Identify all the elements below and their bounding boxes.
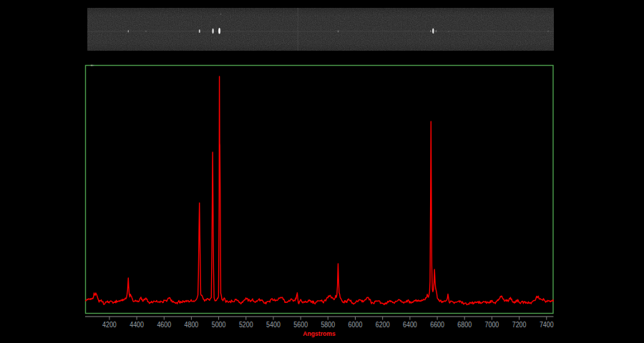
svg-text:4600: 4600 — [157, 320, 171, 329]
svg-text:7000: 7000 — [485, 320, 499, 329]
svg-text:5600: 5600 — [293, 320, 308, 329]
svg-text:4200: 4200 — [102, 320, 117, 329]
svg-text:6400: 6400 — [403, 320, 417, 329]
svg-text:6800: 6800 — [457, 320, 472, 329]
svg-text:Angstroms: Angstroms — [303, 329, 336, 337]
svg-text:7400: 7400 — [540, 320, 554, 329]
svg-text:5000: 5000 — [212, 320, 226, 329]
svg-text:5200: 5200 — [239, 320, 253, 329]
svg-text:5800: 5800 — [321, 320, 335, 329]
svg-text:4400: 4400 — [130, 320, 144, 329]
svg-text:4800: 4800 — [185, 320, 199, 329]
svg-text:6600: 6600 — [430, 320, 444, 329]
svg-text:7200: 7200 — [512, 320, 527, 329]
svg-text:6200: 6200 — [376, 320, 390, 329]
svg-text:6000: 6000 — [348, 320, 363, 329]
svg-text:5400: 5400 — [266, 320, 280, 329]
